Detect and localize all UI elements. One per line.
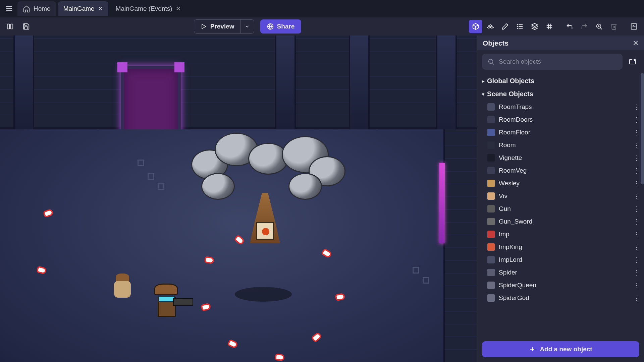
object-row[interactable]: Viv⋮ — [477, 190, 644, 202]
scene-canvas[interactable] — [0, 36, 477, 362]
object-more-button[interactable]: ⋮ — [633, 281, 639, 289]
instances-list-button[interactable] — [513, 20, 527, 33]
tab-maingame-events[interactable]: MainGame (Events) ✕ — [110, 1, 186, 16]
search-box[interactable] — [482, 54, 623, 70]
object-label: RoomTraps — [499, 103, 532, 111]
object-thumbnail-icon — [487, 154, 495, 162]
settings-button[interactable] — [627, 20, 641, 33]
object-label: RoomFloor — [499, 129, 530, 136]
scene-pillar — [275, 36, 296, 129]
object-label: RoomVeg — [499, 167, 527, 174]
object-row[interactable]: Gun_Sword⋮ — [477, 215, 644, 228]
preview-button-group: Preview — [194, 19, 254, 34]
object-row[interactable]: Vignette⋮ — [477, 152, 644, 164]
undo-button[interactable] — [563, 20, 576, 33]
redo-button[interactable] — [578, 20, 591, 33]
object-thumbnail-icon — [487, 116, 495, 123]
close-icon[interactable]: ✕ — [176, 5, 181, 12]
object-row[interactable]: ImpLord⋮ — [477, 253, 644, 266]
cubes-icon — [487, 23, 494, 30]
object-row[interactable]: Wesley⋮ — [477, 177, 644, 190]
object-more-button[interactable]: ⋮ — [633, 218, 639, 226]
scene-debris — [138, 160, 144, 166]
group-scene-objects[interactable]: ▾ Scene Objects — [477, 87, 644, 101]
chevron-right-icon: ▸ — [482, 78, 484, 84]
toolbar: Preview Share — [0, 17, 644, 36]
object-label: Gun — [499, 205, 511, 213]
panels-toggle-button[interactable] — [3, 20, 17, 33]
object-more-button[interactable]: ⋮ — [633, 256, 639, 264]
object-thumbnail-icon — [487, 256, 495, 263]
save-button[interactable] — [19, 20, 33, 33]
tab-maingame-events-label: MainGame (Events) — [116, 5, 172, 12]
object-row[interactable]: SpiderQueen⋮ — [477, 279, 644, 292]
tab-maingame[interactable]: MainGame ✕ — [58, 1, 108, 16]
add-folder-button[interactable] — [626, 55, 639, 68]
scene-pillar — [13, 36, 34, 129]
svg-rect-3 — [7, 24, 9, 29]
scene-side-wall — [443, 129, 477, 362]
svg-point-24 — [489, 59, 493, 64]
object-thumbnail-icon — [487, 192, 495, 200]
object-row[interactable]: RoomTraps⋮ — [477, 101, 644, 113]
object-groups-button[interactable] — [484, 20, 497, 33]
pencil-icon — [501, 23, 509, 30]
grid-toggle-button[interactable] — [543, 20, 556, 33]
object-more-button[interactable]: ⋮ — [633, 141, 639, 149]
menu-button[interactable] — [2, 2, 15, 15]
add-object-button[interactable]: Add a new object — [482, 341, 639, 357]
object-more-button[interactable]: ⋮ — [633, 205, 639, 213]
object-more-button[interactable]: ⋮ — [633, 243, 639, 251]
object-row[interactable]: ImpKing⋮ — [477, 241, 644, 253]
tab-maingame-label: MainGame — [63, 5, 95, 12]
object-row[interactable]: RoomDoors⋮ — [477, 113, 644, 126]
object-more-button[interactable]: ⋮ — [633, 294, 639, 302]
object-more-button[interactable]: ⋮ — [633, 192, 639, 200]
group-global-objects[interactable]: ▸ Global Objects — [477, 74, 644, 87]
objects-panel: Objects ✕ ▸ Global Objects ▾ Scene Objec… — [477, 36, 644, 362]
zoom-button[interactable] — [592, 20, 606, 33]
folder-plus-icon — [629, 58, 637, 66]
object-more-button[interactable]: ⋮ — [633, 116, 639, 124]
object-more-button[interactable]: ⋮ — [633, 268, 639, 277]
add-object-label: Add a new object — [540, 346, 592, 353]
object-thumbnail-icon — [487, 141, 495, 149]
group-global-label: Global Objects — [487, 77, 534, 85]
object-more-button[interactable]: ⋮ — [633, 103, 639, 111]
svg-line-20 — [600, 28, 602, 29]
object-row[interactable]: RoomVeg⋮ — [477, 164, 644, 177]
properties-button[interactable] — [498, 20, 512, 33]
object-label: Room — [499, 141, 516, 149]
svg-point-11 — [517, 24, 518, 25]
object-row[interactable]: Spider⋮ — [477, 266, 644, 279]
close-icon[interactable]: ✕ — [98, 5, 103, 12]
scene-player — [154, 284, 181, 317]
scene-debris — [148, 173, 154, 180]
object-row[interactable]: Gun⋮ — [477, 202, 644, 215]
object-row[interactable]: Room⋮ — [477, 139, 644, 152]
globe-icon — [267, 23, 274, 30]
object-row[interactable]: RoomFloor⋮ — [477, 126, 644, 139]
preview-dropdown[interactable] — [240, 20, 254, 33]
object-more-button[interactable]: ⋮ — [633, 128, 639, 136]
delete-button[interactable] — [607, 20, 621, 33]
scrollbar[interactable] — [641, 73, 644, 184]
share-button[interactable]: Share — [260, 19, 302, 34]
object-row[interactable]: Imp⋮ — [477, 228, 644, 241]
panel-close-button[interactable]: ✕ — [633, 39, 639, 48]
object-more-button[interactable]: ⋮ — [633, 179, 639, 187]
panel-header: Objects ✕ — [477, 36, 644, 50]
objects-panel-button[interactable] — [469, 20, 482, 33]
object-more-button[interactable]: ⋮ — [633, 154, 639, 162]
tab-home[interactable]: Home — [17, 1, 56, 16]
preview-button[interactable]: Preview — [194, 20, 240, 33]
search-input[interactable] — [499, 58, 617, 65]
save-icon — [22, 23, 30, 30]
object-more-button[interactable]: ⋮ — [633, 167, 639, 175]
cube-icon — [472, 23, 479, 30]
layers-button[interactable] — [528, 20, 541, 33]
object-label: Wesley — [499, 180, 520, 187]
object-more-button[interactable]: ⋮ — [633, 230, 639, 238]
objects-tree[interactable]: ▸ Global Objects ▾ Scene Objects RoomTra… — [477, 73, 644, 338]
object-row[interactable]: SpiderGod⋮ — [477, 292, 644, 304]
